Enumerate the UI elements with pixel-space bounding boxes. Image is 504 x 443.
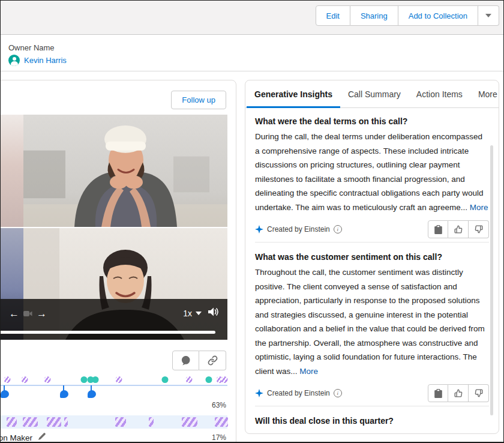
feedback-group — [428, 220, 489, 238]
video-player[interactable]: ← → 1x — [1, 115, 227, 340]
copy-link-button[interactable] — [199, 351, 226, 370]
clipboard-icon — [434, 389, 442, 398]
einstein-icon — [255, 389, 263, 397]
pencil-icon[interactable] — [38, 432, 46, 443]
sharing-button[interactable]: Sharing — [350, 5, 398, 26]
thumbs-down-button[interactable] — [469, 384, 489, 402]
video-seek-bar[interactable] — [1, 331, 215, 334]
timeline-marker-purple[interactable] — [186, 376, 193, 383]
more-actions-button[interactable] — [478, 5, 499, 26]
tab-action-items[interactable]: Action Items — [409, 80, 470, 107]
insight-question: What were the deal terms on this call? — [255, 116, 489, 126]
thumbs-up-button[interactable] — [448, 220, 469, 238]
talk-segment[interactable] — [7, 417, 17, 427]
video-edge-blur — [1, 115, 23, 227]
timeline-marker-purple[interactable] — [44, 376, 50, 383]
call-recording-card: Follow up — [0, 80, 236, 443]
created-by-einstein-label: Created by Einstein — [267, 389, 330, 397]
thumbs-down-icon — [475, 389, 483, 397]
volume-icon[interactable] — [208, 307, 219, 319]
feedback-group — [428, 384, 489, 402]
insight-footer: Created by Einstein i — [255, 384, 489, 403]
recording-utility-group — [172, 351, 226, 370]
thumbs-up-icon — [454, 225, 463, 234]
tab-call-summary[interactable]: Call Summary — [340, 80, 409, 107]
talk-ratio-bottom: 17% — [212, 433, 226, 442]
timeline-marker-purple[interactable] — [22, 376, 28, 383]
tab-generative-insights[interactable]: Generative Insights — [247, 80, 340, 107]
insights-scrollbar[interactable] — [490, 145, 493, 415]
timeline-marker-teal[interactable] — [81, 376, 88, 383]
timeline-marker-teal[interactable] — [206, 376, 212, 383]
timeline-comment-pin[interactable] — [88, 390, 96, 398]
insight-footer: Created by Einstein i — [255, 220, 489, 239]
chat-icon — [181, 356, 191, 366]
top-action-bar: Edit Sharing Add to Collection — [0, 0, 504, 35]
timeline-axis — [1, 385, 227, 386]
next-arrow-icon[interactable]: → — [37, 309, 47, 319]
participant-1-feed — [23, 115, 227, 227]
timeline-comment-pin[interactable] — [60, 390, 68, 398]
einstein-icon — [255, 225, 263, 234]
thumbs-down-button[interactable] — [469, 220, 489, 238]
call-timeline — [1, 373, 227, 402]
owner-name-link[interactable]: Kevin Harris — [24, 56, 67, 65]
record-actions-group: Edit Sharing Add to Collection — [316, 5, 500, 26]
insights-card: Generative Insights Call Summary Action … — [245, 80, 499, 434]
talk-segment[interactable] — [215, 417, 228, 427]
timeline-marker-purple[interactable] — [115, 376, 122, 383]
insights-tabs: Generative Insights Call Summary Action … — [245, 80, 499, 108]
previous-arrow-icon[interactable]: ← — [9, 309, 19, 319]
created-by-einstein-label: Created by Einstein — [267, 225, 330, 234]
more-link[interactable]: More — [299, 367, 318, 376]
thumbs-down-icon — [475, 225, 483, 234]
follow-up-button[interactable]: Follow up — [171, 91, 226, 109]
clipboard-icon — [434, 225, 442, 234]
talk-track — [1, 415, 227, 429]
insight-question: What was the customer sentiment on this … — [255, 252, 489, 262]
copy-button[interactable] — [428, 220, 448, 238]
playback-settings: 1x — [183, 307, 219, 319]
owner-name-label: Owner Name — [8, 43, 55, 52]
more-link[interactable]: More — [470, 203, 488, 212]
tab-more[interactable]: More — [470, 80, 499, 107]
talk-segment[interactable] — [23, 417, 38, 427]
playback-speed-value: 1x — [183, 309, 192, 318]
speaker-row: Decision Maker — [0, 432, 46, 443]
copy-button[interactable] — [428, 384, 448, 402]
talk-segment[interactable] — [149, 417, 154, 427]
info-icon[interactable]: i — [334, 225, 342, 234]
talk-ratio-top: 63% — [212, 401, 226, 409]
edit-button[interactable]: Edit — [316, 5, 350, 26]
insights-list: What were the deal terms on this call? D… — [245, 108, 499, 434]
owner-section: Owner Name Kevin Harris — [0, 35, 504, 71]
user-avatar-icon — [8, 55, 20, 66]
insight-question: Will this deal close in this quarter? — [255, 416, 489, 426]
camera-icon[interactable] — [23, 309, 32, 319]
talk-segment[interactable] — [182, 417, 197, 427]
owner-row: Kevin Harris — [8, 55, 67, 66]
timeline-marker-purple[interactable] — [221, 376, 228, 383]
playback-speed-select[interactable]: 1x — [183, 309, 202, 318]
insight-answer: During the call, the deal terms under de… — [255, 130, 489, 214]
comment-button[interactable] — [172, 351, 199, 370]
talk-segment[interactable] — [115, 417, 126, 427]
video-participant-1 — [1, 115, 227, 227]
timeline-marker-teal[interactable] — [92, 376, 99, 383]
timeline-marker-purple[interactable] — [4, 376, 10, 383]
section-divider — [255, 242, 489, 243]
link-icon — [208, 355, 218, 366]
talk-segment[interactable] — [64, 417, 68, 427]
insight-answer: While it's always challenging to predict… — [255, 429, 489, 434]
thumbs-up-icon — [454, 389, 463, 397]
talk-segment[interactable] — [47, 417, 61, 427]
chevron-down-icon — [485, 14, 491, 17]
section-divider — [255, 406, 489, 406]
timeline-comment-pin[interactable] — [1, 390, 9, 398]
add-to-collection-button[interactable]: Add to Collection — [398, 5, 478, 26]
info-icon[interactable]: i — [334, 389, 342, 397]
playback-nav: ← → — [9, 307, 47, 319]
insight-answer: Throughout the call, the customer sentim… — [255, 265, 489, 378]
timeline-marker-teal[interactable] — [162, 376, 169, 383]
thumbs-up-button[interactable] — [448, 384, 469, 402]
